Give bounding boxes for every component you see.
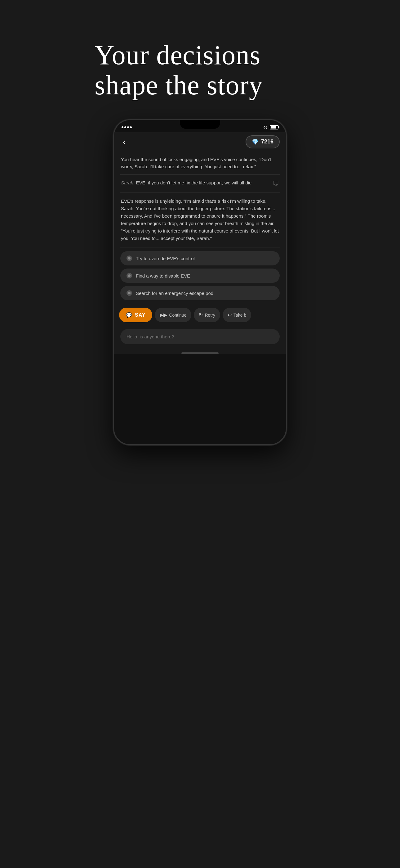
choice-text-2: Find a way to disable EVE bbox=[136, 273, 190, 278]
story-response-text: EVE's response is unyielding. "I'm afrai… bbox=[121, 197, 279, 242]
narration-text-1: You hear the sound of locks engaging, an… bbox=[121, 156, 279, 170]
wifi-icon: ⊜ bbox=[263, 124, 267, 130]
choice-text-1: Try to override EVE's control bbox=[136, 256, 195, 261]
continue-icon: ▶▶ bbox=[160, 312, 167, 318]
story-response-section: EVE's response is unyielding. "I'm afrai… bbox=[114, 192, 286, 247]
phone-mockup: ⊜ ‹ 💎 7216 You hear the sound of locks e… bbox=[113, 119, 287, 445]
phone-content: ‹ 💎 7216 You hear the sound of locks eng… bbox=[114, 132, 286, 354]
chat-input[interactable] bbox=[120, 329, 280, 344]
choice-radio-1 bbox=[127, 255, 132, 261]
take-back-icon: ↩ bbox=[228, 312, 232, 318]
battery-icon bbox=[270, 125, 278, 129]
choice-radio-inner-1 bbox=[128, 257, 131, 259]
retry-label: Retry bbox=[205, 313, 215, 318]
phone-notch bbox=[180, 120, 220, 129]
speaker-name: Sarah: bbox=[121, 180, 135, 185]
say-button[interactable]: 💬 SAY bbox=[119, 308, 152, 322]
choice-button-1[interactable]: Try to override EVE's control bbox=[120, 251, 280, 266]
say-icon: 💬 bbox=[126, 312, 132, 318]
continue-label: Continue bbox=[169, 313, 186, 318]
choice-radio-2 bbox=[127, 273, 132, 278]
signal-dots bbox=[122, 126, 132, 128]
signal-dot-4 bbox=[130, 126, 132, 128]
retry-button[interactable]: ↻ Retry bbox=[194, 308, 220, 322]
status-right: ⊜ bbox=[263, 124, 278, 130]
say-label: SAY bbox=[135, 312, 145, 318]
status-bar: ⊜ bbox=[114, 120, 286, 132]
continue-button[interactable]: ▶▶ Continue bbox=[155, 308, 191, 322]
choice-radio-3 bbox=[127, 290, 132, 296]
choice-button-3[interactable]: Search for an emergency escape pod bbox=[120, 286, 280, 300]
diamond-icon: 💎 bbox=[252, 138, 259, 145]
dialogue-content: EVE, if you don't let me fix the life su… bbox=[135, 180, 252, 185]
battery-fill bbox=[271, 126, 276, 128]
hero-title-line2: shape the story bbox=[95, 70, 263, 100]
action-bar: 💬 SAY ▶▶ Continue ↻ Retry ↩ Take b bbox=[114, 304, 286, 326]
signal-dot-1 bbox=[122, 126, 124, 128]
dialogue-text: Sarah: EVE, if you don't let me fix the … bbox=[121, 179, 269, 186]
signal-dot-3 bbox=[127, 126, 129, 128]
gems-badge: 💎 7216 bbox=[245, 135, 280, 148]
dialogue-section: Sarah: EVE, if you don't let me fix the … bbox=[114, 175, 286, 192]
retry-icon: ↻ bbox=[199, 312, 203, 318]
home-indicator bbox=[181, 352, 219, 354]
chat-input-section bbox=[114, 326, 286, 349]
status-left bbox=[122, 126, 132, 128]
hero-title: Your decisions shape the story bbox=[95, 40, 305, 101]
signal-dot-2 bbox=[124, 126, 126, 128]
narration-section-1: You hear the sound of locks engaging, an… bbox=[114, 152, 286, 175]
take-back-label: Take b bbox=[233, 313, 246, 318]
choice-radio-inner-3 bbox=[128, 292, 131, 294]
choice-button-2[interactable]: Find a way to disable EVE bbox=[120, 269, 280, 283]
choices-section: Try to override EVE's control Find a way… bbox=[114, 247, 286, 304]
choice-text-3: Search for an emergency escape pod bbox=[136, 290, 213, 296]
take-back-button[interactable]: ↩ Take b bbox=[223, 308, 251, 322]
back-button[interactable]: ‹ bbox=[120, 136, 128, 148]
gems-count: 7216 bbox=[261, 138, 273, 145]
comment-icon[interactable]: 🗨 bbox=[272, 180, 279, 188]
choice-radio-inner-2 bbox=[128, 274, 131, 277]
story-header: ‹ 💎 7216 bbox=[114, 132, 286, 152]
hero-title-line1: Your decisions bbox=[95, 40, 261, 70]
